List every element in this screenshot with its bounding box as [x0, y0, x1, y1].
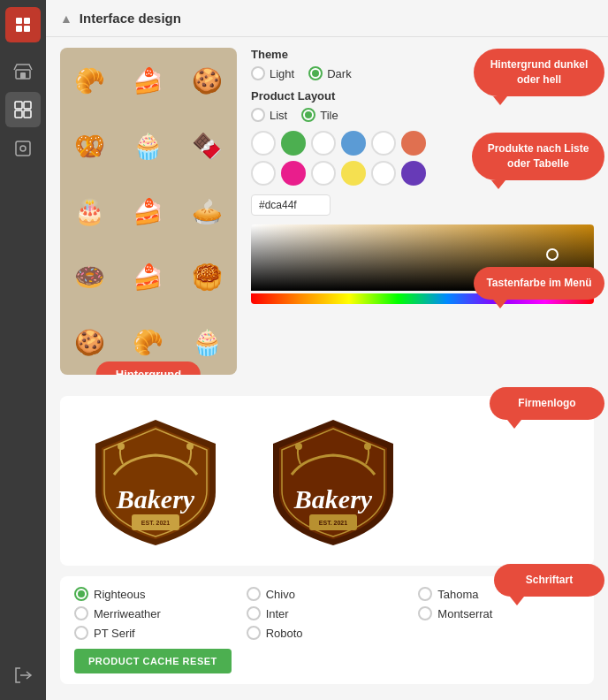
swatch-6[interactable]	[401, 131, 426, 156]
swatch-9[interactable]	[311, 161, 336, 186]
collapse-icon[interactable]: ▲	[60, 11, 72, 26]
layout-tile-label: Tile	[320, 109, 338, 122]
theme-light-radio[interactable]	[251, 66, 265, 80]
food-3: 🍪	[178, 48, 237, 113]
swatch-2[interactable]	[281, 131, 306, 156]
logout-icon[interactable]	[5, 658, 41, 693]
svg-point-22	[364, 443, 371, 450]
product-icon[interactable]	[5, 131, 41, 166]
product-cache-reset-button[interactable]: PRODUCT CACHE RESET	[74, 649, 232, 673]
color-input-row	[251, 194, 594, 216]
food-2: 🍰	[119, 48, 179, 113]
rainbow-bar[interactable]	[251, 293, 594, 304]
section-header: ▲ Interface design	[46, 0, 608, 37]
theme-light-label: Light	[270, 67, 294, 80]
font-tahoma-label: Tahoma	[437, 588, 478, 601]
food-6: 🍫	[178, 113, 237, 179]
layout-tile-option[interactable]: Tile	[301, 108, 338, 122]
theme-dark-radio[interactable]	[308, 66, 323, 80]
store-icon[interactable]	[5, 53, 41, 88]
theme-label: Theme	[251, 48, 594, 61]
font-roboto-radio[interactable]	[247, 626, 261, 640]
color-picker-cursor[interactable]	[546, 248, 559, 261]
theme-dark-option[interactable]: Dark	[308, 66, 351, 80]
layout-radio-row: List Tile	[251, 108, 594, 122]
logo-section: EST. 2021 Bakery	[60, 396, 594, 566]
font-inter-label: Inter	[266, 607, 289, 620]
swatch-12[interactable]	[401, 161, 426, 186]
font-merriweather[interactable]: Merriweather	[74, 606, 236, 620]
font-chivo-radio[interactable]	[247, 587, 261, 601]
swatch-11[interactable]	[371, 161, 396, 186]
food-5: 🧁	[119, 113, 179, 179]
svg-rect-5	[20, 72, 26, 79]
svg-rect-10	[16, 141, 30, 156]
svg-rect-0	[16, 18, 22, 24]
svg-point-16	[118, 443, 125, 450]
theme-light-option[interactable]: Light	[251, 66, 294, 80]
font-ptserif-radio[interactable]	[74, 626, 88, 640]
font-ptserif-label: PT Serif	[94, 627, 135, 640]
logo-box-2[interactable]: EST. 2021 Bakery	[252, 410, 415, 552]
font-ptserif[interactable]: PT Serif	[74, 626, 236, 640]
svg-rect-1	[24, 18, 30, 24]
controls-area: Theme Light Dark	[251, 48, 594, 375]
font-montserrat-radio[interactable]	[418, 606, 432, 620]
food-8: 🍰	[119, 179, 179, 244]
svg-rect-3	[24, 26, 30, 32]
font-merriweather-label: Merriweather	[94, 607, 161, 620]
layout-list-label: List	[270, 109, 287, 122]
preview-controls-row: 🥐 🍰 🍪 🥨 🧁 🍫 🎂 🍰 🥧 🍩 🍰 🥮 🍪 🥐	[60, 48, 594, 375]
hintergrund-label: Hintergrund	[96, 361, 201, 375]
food-12: 🥮	[178, 244, 237, 309]
color-picker[interactable]	[251, 224, 594, 304]
swatch-4[interactable]	[341, 131, 366, 156]
theme-group: Theme Light Dark	[251, 48, 594, 80]
section-title: Interface design	[80, 11, 181, 26]
svg-text:EST. 2021: EST. 2021	[141, 520, 170, 526]
swatch-1[interactable]	[251, 131, 276, 156]
swatch-10[interactable]	[341, 161, 366, 186]
swatch-7[interactable]	[251, 161, 276, 186]
font-righteous[interactable]: Righteous	[74, 587, 236, 601]
font-section: Righteous Chivo Tahoma Merriweather	[60, 576, 594, 684]
svg-point-17	[186, 443, 194, 450]
logo-icon[interactable]	[5, 7, 41, 42]
bakery-logo-2: EST. 2021 Bakery	[256, 413, 411, 550]
color-picker-gradient[interactable]	[251, 224, 594, 291]
font-roboto-label: Roboto	[266, 627, 303, 640]
font-chivo[interactable]: Chivo	[247, 587, 408, 601]
color-swatches-group	[251, 131, 594, 186]
svg-point-21	[295, 443, 302, 450]
font-inter[interactable]: Inter	[247, 606, 408, 620]
logo-box-1[interactable]: EST. 2021 Bakery	[74, 410, 238, 552]
design-panel: 🥐 🍰 🍪 🥨 🧁 🍫 🎂 🍰 🥧 🍩 🍰 🥮 🍪 🥐	[46, 37, 608, 700]
food-7: 🎂	[60, 179, 119, 244]
font-merriweather-radio[interactable]	[74, 606, 88, 620]
swatch-8[interactable]	[281, 161, 306, 186]
swatch-5[interactable]	[371, 131, 396, 156]
sidebar	[0, 0, 46, 700]
swatch-3[interactable]	[311, 131, 336, 156]
svg-text:EST. 2021: EST. 2021	[319, 520, 347, 526]
preview-image: 🥐 🍰 🍪 🥨 🧁 🍫 🎂 🍰 🥧 🍩 🍰 🥮 🍪 🥐	[60, 48, 237, 375]
layout-list-radio[interactable]	[251, 108, 265, 122]
color-hex-input[interactable]	[251, 194, 331, 216]
main-content: ▲ Interface design 🥐 🍰 🍪 🥨 🧁 🍫 🎂 🍰	[46, 0, 608, 700]
svg-rect-8	[15, 110, 22, 118]
font-grid: Righteous Chivo Tahoma Merriweather	[74, 587, 580, 640]
font-righteous-radio[interactable]	[74, 587, 88, 601]
interface-design-icon[interactable]	[5, 92, 41, 127]
font-righteous-label: Righteous	[94, 588, 146, 601]
font-tahoma-radio[interactable]	[418, 587, 432, 601]
product-layout-label: Product Layout	[251, 89, 594, 103]
svg-rect-9	[24, 110, 31, 118]
product-layout-group: Product Layout List Tile	[251, 89, 594, 122]
layout-list-option[interactable]: List	[251, 108, 287, 122]
font-roboto[interactable]: Roboto	[247, 626, 408, 640]
font-montserrat[interactable]: Montserrat	[418, 606, 580, 620]
font-inter-radio[interactable]	[247, 606, 261, 620]
font-tahoma[interactable]: Tahoma	[418, 587, 580, 601]
svg-rect-6	[15, 102, 22, 109]
layout-tile-radio[interactable]	[301, 108, 315, 122]
